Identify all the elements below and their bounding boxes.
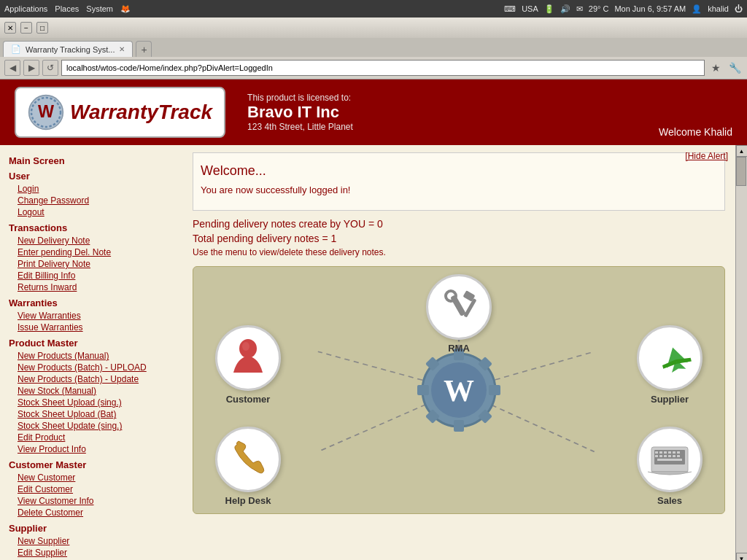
pending-total-count: Total pending delivery notes = 1 xyxy=(193,233,725,244)
sidebar-item-new-products-batch-update[interactable]: New Products (Batch) - Update xyxy=(9,373,174,385)
welcome-message: Welcome Khalid xyxy=(659,126,732,138)
bookmark-button[interactable]: ★ xyxy=(708,60,724,76)
sidebar-item-enter-pending-del-note[interactable]: Enter pending Del. Note xyxy=(9,246,174,258)
logo-icon: W xyxy=(28,94,64,131)
forward-button[interactable]: ▶ xyxy=(23,60,39,76)
sidebar-item-login[interactable]: Login xyxy=(9,183,174,195)
sidebar-item-returns-inward[interactable]: Returns Inward xyxy=(9,281,174,293)
sidebar-item-logout[interactable]: Logout xyxy=(9,206,174,218)
scroll-down-button[interactable]: ▼ xyxy=(736,553,748,560)
pending-you-count: Pending delivery notes create by YOU = 0 xyxy=(193,218,725,230)
node-helpdesk[interactable]: Help Desk xyxy=(215,427,281,506)
os-taskbar-top: Applications Places System 🦊 ⌨ USA 🔋 🔊 ✉… xyxy=(0,0,747,18)
svg-rect-37 xyxy=(664,455,667,457)
sidebar-item-new-delivery-note[interactable]: New Delivery Note xyxy=(9,235,174,246)
svg-point-44 xyxy=(242,342,249,351)
svg-rect-36 xyxy=(659,455,662,457)
svg-rect-12 xyxy=(417,385,429,395)
os-apps-menu[interactable]: Applications xyxy=(4,4,47,13)
sidebar-item-stock-sheet-upload-bat[interactable]: Stock Sheet Upload (Bat) xyxy=(9,408,174,420)
sidebar-item-new-customer[interactable]: New Customer xyxy=(9,472,174,483)
rma-circle xyxy=(426,274,492,340)
sidebar-item-stock-sheet-update-sing[interactable]: Stock Sheet Update (sing.) xyxy=(9,420,174,432)
tab-title: Warranty Tracking Syst... xyxy=(26,45,115,54)
browser-titlebar: ✕ − □ xyxy=(0,18,747,38)
logo-box: W WarrantyTrack xyxy=(15,87,225,138)
browser-tab-active[interactable]: 📄 Warranty Tracking Syst... ✕ xyxy=(3,41,133,57)
scroll-thumb[interactable] xyxy=(736,157,746,186)
sidebar-item-edit-product[interactable]: Edit Product xyxy=(9,432,174,443)
sidebar-item-view-product-info[interactable]: View Product Info xyxy=(9,443,174,455)
sidebar-item-change-password[interactable]: Change Password xyxy=(9,195,174,206)
window-close-button[interactable]: ✕ xyxy=(4,22,16,34)
customer-label: Customer xyxy=(226,394,271,405)
alert-box: Welcome... You are now successfully logg… xyxy=(193,152,725,211)
node-sales[interactable]: Sales xyxy=(637,427,703,506)
tab-page-icon: 📄 xyxy=(11,44,21,54)
sidebar-item-issue-warranties[interactable]: Issue Warranties xyxy=(9,322,174,333)
tab-bar: 📄 Warranty Tracking Syst... ✕ + xyxy=(0,38,747,57)
sidebar-item-edit-customer[interactable]: Edit Customer xyxy=(9,483,174,495)
supplier-circle xyxy=(637,325,703,391)
sidebar-item-view-warranties[interactable]: View Warranties xyxy=(9,310,174,322)
address-bar[interactable]: localhost/wtos-code/Home/index.php?pDivA… xyxy=(61,60,705,76)
supplier-label: Supplier xyxy=(651,394,689,405)
site-header: W WarrantyTrack This product is licensed… xyxy=(0,79,747,145)
sidebar-item-view-customer-info[interactable]: View Customer Info xyxy=(9,495,174,507)
license-info: This product is licensed to: Bravo IT In… xyxy=(247,93,353,132)
svg-rect-34 xyxy=(677,451,680,454)
power-icon[interactable]: ⏻ xyxy=(735,4,743,13)
content-area: [Hide Alert] Welcome... You are now succ… xyxy=(182,145,735,560)
svg-text:W: W xyxy=(38,102,54,121)
sidebar-item-print-delivery-note[interactable]: Print Delivery Note xyxy=(9,258,174,270)
sidebar-section-product-master: Product Master xyxy=(9,338,174,349)
sidebar-item-new-products-manual[interactable]: New Products (Manual) xyxy=(9,350,174,362)
window-maximize-button[interactable]: □ xyxy=(36,22,48,34)
sidebar-item-new-products-batch-upload[interactable]: New Products (Batch) - UPLOAD xyxy=(9,362,174,373)
sidebar-section-customer-master: Customer Master xyxy=(9,459,174,470)
email-icon: ✉ xyxy=(576,4,583,14)
sidebar: Main Screen User Login Change Password L… xyxy=(0,145,182,560)
os-system-menu[interactable]: System xyxy=(86,4,113,13)
temperature: 29° C xyxy=(589,4,609,13)
firefox-icon: 🦊 xyxy=(120,4,131,14)
node-supplier[interactable]: Supplier xyxy=(637,325,703,405)
sidebar-item-edit-billing-info[interactable]: Edit Billing Info xyxy=(9,270,174,281)
sales-circle xyxy=(637,427,703,492)
svg-rect-33 xyxy=(673,451,676,454)
tools-button[interactable]: 🔧 xyxy=(727,60,743,76)
os-places-menu[interactable]: Places xyxy=(55,4,79,13)
node-customer[interactable]: Customer xyxy=(215,325,281,405)
sidebar-item-new-stock-manual[interactable]: New Stock (Manual) xyxy=(9,385,174,397)
diagram-area: W xyxy=(193,266,725,514)
svg-rect-29 xyxy=(655,451,658,454)
svg-rect-19 xyxy=(450,295,466,316)
keyboard-layout: USA xyxy=(522,4,538,13)
browser-chrome: ✕ − □ 📄 Warranty Tracking Syst... ✕ + ◀ … xyxy=(0,18,747,79)
company-name: Bravo IT Inc xyxy=(247,103,353,122)
sidebar-section-transactions: Transactions xyxy=(9,222,174,233)
refresh-button[interactable]: ↺ xyxy=(42,60,58,76)
sidebar-item-delete-customer[interactable]: Delete Customer xyxy=(9,507,174,518)
helpdesk-label: Help Desk xyxy=(225,495,271,506)
node-rma[interactable]: RMA xyxy=(426,274,492,354)
hide-alert-link[interactable]: [Hide Alert] xyxy=(685,151,728,161)
center-gear: W xyxy=(411,343,506,438)
company-address: 123 4th Street, Little Planet xyxy=(247,122,353,132)
svg-rect-39 xyxy=(673,455,676,457)
new-tab-button[interactable]: + xyxy=(136,41,152,57)
user-icon: 👤 xyxy=(692,4,702,14)
tab-close-button[interactable]: ✕ xyxy=(119,45,125,53)
sidebar-item-new-supplier[interactable]: New Supplier xyxy=(9,535,174,547)
sidebar-item-edit-supplier[interactable]: Edit Supplier xyxy=(9,547,174,559)
use-menu-hint: Use the menu to view/delete these delive… xyxy=(193,247,725,257)
window-minimize-button[interactable]: − xyxy=(20,22,32,34)
scroll-up-button[interactable]: ▲ xyxy=(736,145,748,157)
url-text: localhost/wtos-code/Home/index.php?pDivA… xyxy=(66,63,273,72)
sidebar-section-user: User xyxy=(9,171,174,182)
sidebar-item-stock-sheet-upload-sing[interactable]: Stock Sheet Upload (sing.) xyxy=(9,397,174,408)
back-button[interactable]: ◀ xyxy=(4,60,20,76)
svg-rect-38 xyxy=(668,455,671,457)
svg-rect-32 xyxy=(668,451,671,454)
datetime: Mon Jun 6, 9:57 AM xyxy=(614,4,686,13)
